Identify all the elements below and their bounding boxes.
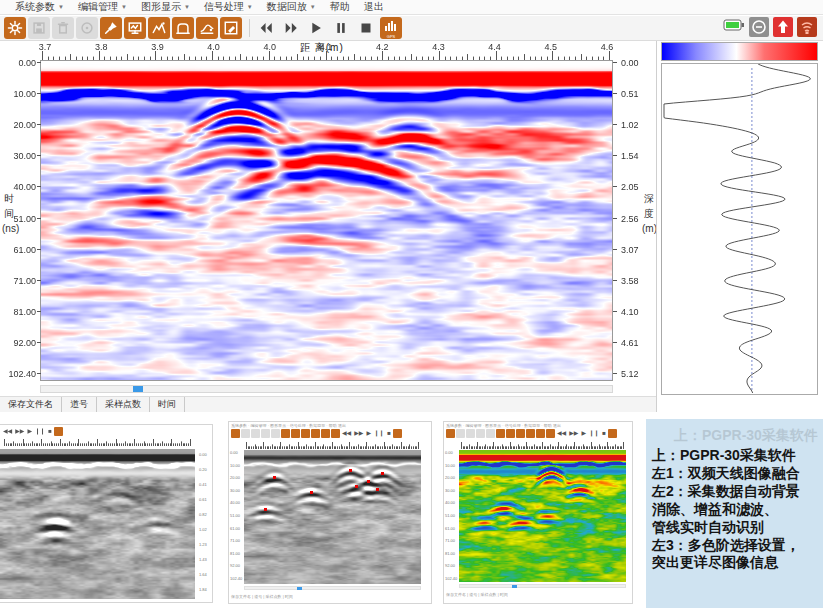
mini-axis-tick: 40.00 bbox=[230, 501, 240, 505]
right-axis-tick: 4.61 bbox=[621, 338, 639, 348]
chevron-down-icon: ▼ bbox=[184, 4, 190, 10]
thumb1-axis-tick: 0.20 bbox=[199, 468, 207, 472]
top-axis-tick: 4.5 bbox=[545, 42, 558, 52]
save-button[interactable] bbox=[28, 17, 50, 39]
mini-axis-tick: 0.00 bbox=[230, 451, 238, 455]
thumb1-axis-tick: 0.61 bbox=[199, 498, 207, 502]
pause-icon bbox=[332, 19, 350, 37]
erase-icon bbox=[222, 19, 240, 37]
scrollbar-thumb[interactable] bbox=[133, 386, 143, 392]
top-axis-tick: 4.4 bbox=[488, 42, 501, 52]
battery-icon bbox=[723, 18, 745, 36]
tick-mark bbox=[37, 124, 41, 125]
play-icon bbox=[307, 19, 325, 37]
top-axis-tick: 4.0 bbox=[264, 42, 277, 52]
toolbar-right-icons bbox=[723, 17, 817, 37]
tick-mark bbox=[613, 342, 617, 343]
menu-item-1[interactable]: 系统参数▼ bbox=[8, 0, 71, 14]
status-tab-4[interactable]: 时间 bbox=[150, 397, 185, 412]
tick-mark bbox=[37, 342, 41, 343]
status-tab-2[interactable]: 道号 bbox=[62, 397, 97, 412]
right-axis-tick: 3.58 bbox=[621, 276, 639, 286]
mini-tool-icon bbox=[291, 429, 300, 438]
erase-button[interactable] bbox=[220, 17, 242, 39]
pause-button[interactable] bbox=[330, 17, 352, 39]
status-tab-3[interactable]: 采样点数 bbox=[97, 397, 150, 412]
mini-tool-icon bbox=[241, 429, 250, 438]
mini-tool-icon bbox=[486, 429, 495, 438]
left-axis-tick: 40.00 bbox=[2, 182, 36, 192]
disc-button[interactable] bbox=[76, 17, 98, 39]
top-ruler bbox=[40, 51, 613, 60]
left-axis-tick: 71.00 bbox=[2, 276, 36, 286]
filter-button[interactable] bbox=[196, 17, 218, 39]
mini-playback-icon: ◀◀ bbox=[3, 427, 12, 436]
mini-axis-tick: 92.00 bbox=[445, 564, 455, 568]
menu-item-5[interactable]: 数据回放▼ bbox=[260, 0, 323, 14]
mini-axis-tick: 81.00 bbox=[230, 552, 240, 556]
tick-mark bbox=[37, 373, 41, 374]
radargram-canvas[interactable] bbox=[41, 61, 612, 380]
caption-line: 左2：采集数据自动背景 bbox=[652, 483, 817, 501]
tick-mark bbox=[613, 218, 617, 219]
mini-axis-tick: 61.00 bbox=[445, 527, 455, 531]
thumb1-axis-tick: 1.43 bbox=[199, 558, 207, 562]
antenna-icon[interactable] bbox=[797, 17, 817, 37]
stop-button[interactable] bbox=[355, 17, 377, 39]
menu-item-7[interactable]: 退出 bbox=[357, 0, 391, 14]
horizontal-scrollbar[interactable] bbox=[40, 385, 613, 393]
gain-icon bbox=[150, 19, 168, 37]
main-toolbar: GPS bbox=[0, 16, 823, 41]
right-axis-title: 深度(m) bbox=[642, 191, 656, 236]
settings-button[interactable] bbox=[4, 17, 26, 39]
rewind-button[interactable] bbox=[255, 17, 277, 39]
pin-button[interactable] bbox=[100, 17, 122, 39]
menu-item-4[interactable]: 信号处理▼ bbox=[197, 0, 260, 14]
mini-axis-tick: 30.00 bbox=[445, 489, 455, 493]
tick-mark bbox=[37, 155, 41, 156]
top-axis-tick: 4.3 bbox=[432, 42, 445, 52]
mini-gps-icon bbox=[393, 429, 402, 438]
caption-line: 突出更详尽图像信息 bbox=[652, 554, 817, 572]
delete-button[interactable] bbox=[52, 17, 74, 39]
gate-icon bbox=[174, 19, 192, 37]
color-scale-bar bbox=[661, 42, 818, 61]
panel-divider bbox=[656, 41, 657, 412]
tick-mark bbox=[613, 124, 617, 125]
display-button[interactable] bbox=[124, 17, 146, 39]
gate-button[interactable] bbox=[172, 17, 194, 39]
thumb1-axis-tick: 0.00 bbox=[199, 453, 207, 457]
mini-playback-icon: ❙❙ bbox=[35, 427, 45, 436]
play-button[interactable] bbox=[305, 17, 327, 39]
gps-icon: GPS bbox=[384, 17, 398, 39]
fast-forward-icon bbox=[282, 19, 300, 37]
save-icon bbox=[30, 19, 48, 37]
gain-button[interactable] bbox=[148, 17, 170, 39]
thumb1-axis-tick: 0.82 bbox=[199, 513, 207, 517]
mini-playback-icon: ■ bbox=[48, 427, 52, 436]
caption-line: 管线实时自动识别 bbox=[652, 519, 817, 537]
chevron-down-icon: ▼ bbox=[310, 4, 316, 10]
thumb1-axis-tick: 0.41 bbox=[199, 483, 207, 487]
menu-item-3[interactable]: 图形显示▼ bbox=[134, 0, 197, 14]
thumb1-axis-tick: 1.23 bbox=[199, 543, 207, 547]
upload-icon[interactable] bbox=[773, 17, 793, 37]
left-axis-tick: 0.00 bbox=[2, 58, 36, 68]
thumb3-scrollbar bbox=[459, 584, 626, 588]
mini-tool-icon bbox=[536, 429, 545, 438]
left-axis-tick: 92.00 bbox=[2, 338, 36, 348]
thumb2-menu-line: 系统参数 · 编辑管理 · 图形显示 · 信号处理 · 数据回放 · 帮助 退出 bbox=[231, 423, 346, 428]
gps-button[interactable]: GPS bbox=[380, 17, 402, 39]
pgpr-app-window: 系统参数▼编辑管理▼图形显示▼信号处理▼数据回放▼帮助退出 GPS 距 离(m)… bbox=[0, 0, 823, 608]
thumb3-menu-line: 系统参数 · 编辑管理 · 图形显示 · 信号处理 · 数据回放 · 帮助 退出 bbox=[446, 423, 561, 428]
gauge-icon[interactable] bbox=[749, 17, 769, 37]
fast-forward-button[interactable] bbox=[280, 17, 302, 39]
menu-item-2[interactable]: 编辑管理▼ bbox=[71, 0, 134, 14]
mini-axis-tick: 71.00 bbox=[230, 539, 240, 543]
mini-axis-tick: 92.00 bbox=[230, 564, 240, 568]
status-tab-1[interactable]: 保存文件名 bbox=[0, 397, 62, 412]
mini-axis-tick: 40.00 bbox=[445, 501, 455, 505]
mini-playback-icon: ❙❙ bbox=[589, 429, 599, 438]
top-axis-tick: 4.1 bbox=[320, 42, 333, 52]
menu-item-6[interactable]: 帮助 bbox=[323, 0, 357, 14]
